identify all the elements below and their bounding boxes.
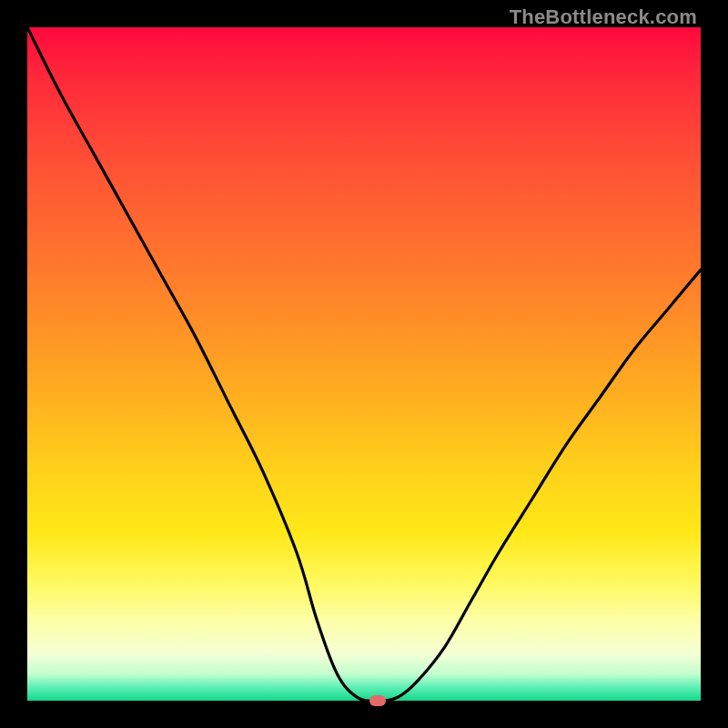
chart-frame: TheBottleneck.com	[0, 0, 728, 728]
optimal-point-marker	[369, 695, 386, 706]
watermark-text: TheBottleneck.com	[510, 5, 697, 29]
curve-svg	[27, 27, 701, 701]
bottleneck-curve	[27, 27, 701, 701]
plot-area	[27, 27, 701, 701]
